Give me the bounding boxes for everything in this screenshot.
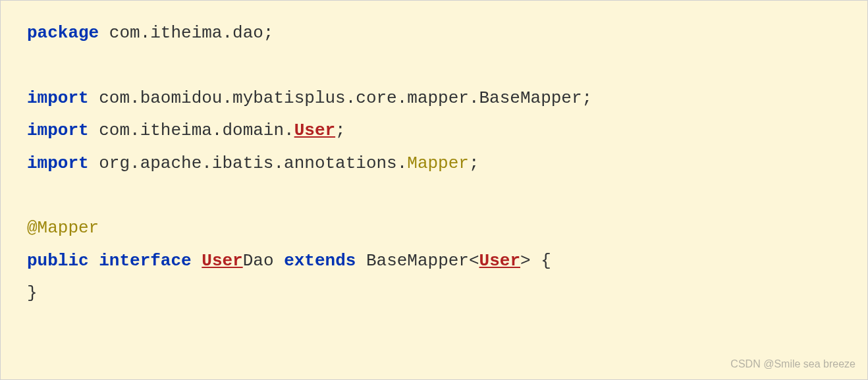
keyword-extends: extends — [284, 251, 356, 271]
code-line-import-2: import com.itheima.domain.User; — [27, 115, 841, 147]
code-line-close-brace: } — [27, 277, 841, 310]
blank-line — [27, 49, 841, 82]
error-class-user: User — [202, 251, 242, 271]
code-line-import-1: import com.baomidou.mybatisplus.core.map… — [27, 82, 841, 115]
closing-brace: > { — [520, 251, 551, 271]
keyword-public: public — [27, 251, 89, 271]
keyword-import: import — [27, 121, 89, 140]
import-prefix: org.apache.ibatis.annotations. — [89, 153, 408, 173]
blank-line — [27, 180, 841, 212]
keyword-interface: interface — [99, 251, 191, 271]
space — [192, 251, 202, 271]
package-name: com.itheima.dao; — [99, 23, 273, 43]
semicolon: ; — [469, 153, 479, 173]
keyword-import: import — [27, 153, 89, 173]
class-mapper: Mapper — [407, 153, 469, 173]
class-suffix: Dao — [243, 251, 284, 271]
keyword-package: package — [27, 23, 99, 43]
space — [89, 251, 99, 271]
annotation-mapper: @Mapper — [27, 218, 99, 238]
code-line-interface: public interface UserDao extends BaseMap… — [27, 245, 841, 277]
semicolon: ; — [335, 121, 346, 140]
code-line-annotation: @Mapper — [27, 212, 841, 244]
watermark-text: CSDN @Smile sea breeze — [730, 354, 855, 374]
basemapper-open: BaseMapper< — [356, 251, 479, 271]
error-class-user: User — [294, 121, 335, 140]
import-prefix: com.itheima.domain. — [89, 121, 294, 140]
code-line-import-3: import org.apache.ibatis.annotations.Map… — [27, 148, 841, 180]
code-line-package: package com.itheima.dao; — [27, 17, 841, 49]
keyword-import: import — [27, 88, 89, 108]
import-path: com.baomidou.mybatisplus.core.mapper.Bas… — [89, 88, 593, 108]
close-brace: } — [27, 283, 38, 303]
error-generic-user: User — [479, 251, 520, 271]
